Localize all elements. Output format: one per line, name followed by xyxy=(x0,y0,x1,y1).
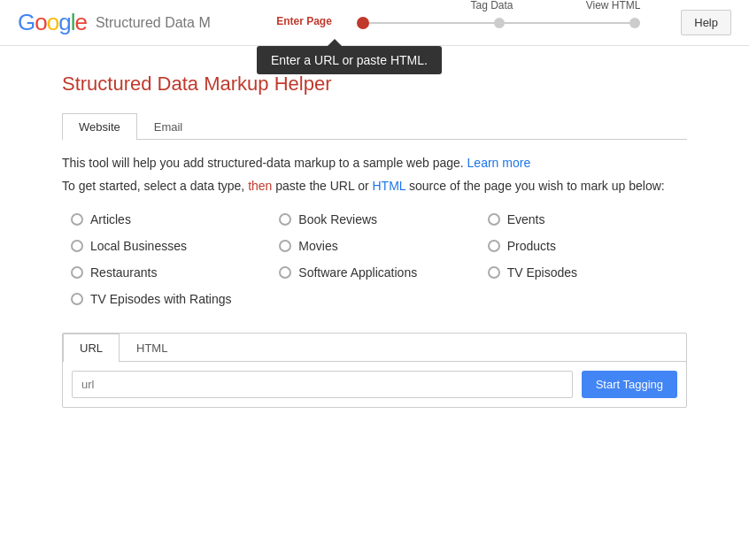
desc2-html: HTML xyxy=(372,179,405,193)
main-tabs: Website Email xyxy=(62,113,687,140)
step-dot-2 xyxy=(494,18,505,28)
main-content: Structured Data Markup Helper Website Em… xyxy=(0,46,749,434)
input-tabs: URL HTML xyxy=(63,334,686,362)
desc1-text: This tool will help you add structured-d… xyxy=(62,156,464,170)
data-type-software-applications[interactable]: Software Applications xyxy=(279,265,478,280)
label-restaurants: Restaurants xyxy=(90,265,157,280)
radio-book-reviews[interactable] xyxy=(279,213,291,226)
url-input[interactable] xyxy=(72,371,573,398)
step-3-group: View HTML xyxy=(629,18,640,28)
data-type-events[interactable]: Events xyxy=(488,212,687,226)
step-label-view-html: View HTML xyxy=(586,0,641,12)
input-tab-html[interactable]: HTML xyxy=(120,334,184,362)
logo: Google Structured Data M xyxy=(18,9,211,36)
step-label-tag-data: Tag Data xyxy=(470,0,513,12)
step-line-1 xyxy=(369,22,494,24)
desc2-suffix: source of the page you wish to mark up b… xyxy=(409,179,665,193)
radio-events[interactable] xyxy=(488,213,500,226)
label-book-reviews: Book Reviews xyxy=(298,212,377,226)
progress-step-enter-page: Enter Page xyxy=(251,15,357,31)
data-type-local-businesses[interactable]: Local Businesses xyxy=(71,239,270,253)
radio-articles[interactable] xyxy=(71,213,83,226)
radio-software-applications[interactable] xyxy=(279,266,291,279)
input-section: URL HTML Start Tagging xyxy=(62,333,687,408)
data-type-products[interactable]: Products xyxy=(488,239,687,253)
url-input-row: Start Tagging xyxy=(63,362,686,407)
label-events: Events xyxy=(507,212,545,226)
label-movies: Movies xyxy=(298,239,337,253)
label-tv-episodes-ratings: TV Episodes with Ratings xyxy=(90,292,232,306)
data-type-movies[interactable]: Movies xyxy=(279,239,478,253)
learn-more-link[interactable]: Learn more xyxy=(467,156,531,170)
radio-restaurants[interactable] xyxy=(71,266,83,279)
description-1: This tool will help you add structured-d… xyxy=(62,156,687,170)
label-software-applications: Software Applications xyxy=(298,265,417,280)
data-type-restaurants[interactable]: Restaurants xyxy=(71,265,270,280)
step-dot-3 xyxy=(629,18,640,28)
label-articles: Articles xyxy=(90,212,131,226)
tooltip-text: Enter a URL or paste HTML. xyxy=(271,53,428,67)
page-title: Structured Data Markup Helper xyxy=(62,73,687,96)
input-tab-url[interactable]: URL xyxy=(63,334,120,362)
tab-website[interactable]: Website xyxy=(62,113,137,140)
app-subtitle: Structured Data M xyxy=(96,15,211,31)
radio-tv-episodes-ratings[interactable] xyxy=(71,293,83,305)
desc2-prefix: To get started, select a data type, xyxy=(62,179,244,193)
tooltip: Enter a URL or paste HTML. xyxy=(257,46,442,74)
radio-movies[interactable] xyxy=(279,240,291,252)
tab-email[interactable]: Email xyxy=(137,113,200,140)
step-dot-1 xyxy=(357,17,369,29)
radio-tv-episodes[interactable] xyxy=(488,266,500,279)
data-type-articles[interactable]: Articles xyxy=(71,212,270,226)
google-logo: Google xyxy=(18,9,87,36)
desc2-then: then xyxy=(248,179,272,193)
data-type-book-reviews[interactable]: Book Reviews xyxy=(279,212,478,226)
label-tv-episodes: TV Episodes xyxy=(507,265,577,280)
radio-products[interactable] xyxy=(488,240,500,252)
start-tagging-button[interactable]: Start Tagging xyxy=(582,371,677,398)
progress-bar: Enter Page Tag Data View HTML xyxy=(237,15,655,31)
help-button[interactable]: Help xyxy=(681,10,731,35)
radio-local-businesses[interactable] xyxy=(71,240,83,252)
step-line-2 xyxy=(505,22,629,24)
label-products: Products xyxy=(507,239,556,253)
header: Google Structured Data M Enter Page Tag … xyxy=(0,0,749,46)
label-local-businesses: Local Businesses xyxy=(90,239,187,253)
data-type-tv-episodes[interactable]: TV Episodes xyxy=(488,265,687,280)
desc2-mid: paste the URL or xyxy=(275,179,372,193)
progress-track: Tag Data View HTML xyxy=(357,17,640,29)
step-2-group: Tag Data xyxy=(494,18,505,28)
data-type-grid: Articles Book Reviews Events Local Busin… xyxy=(71,212,687,306)
data-type-tv-episodes-ratings[interactable]: TV Episodes with Ratings xyxy=(71,292,270,306)
step-label-enter-page: Enter Page xyxy=(276,15,332,27)
description-2: To get started, select a data type, then… xyxy=(62,179,687,193)
